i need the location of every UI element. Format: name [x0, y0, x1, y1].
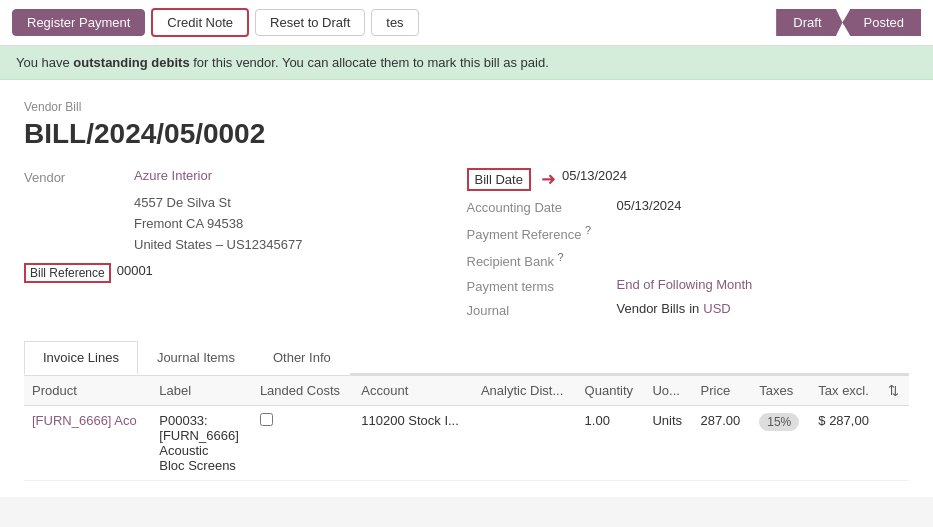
tab-journal-items[interactable]: Journal Items — [138, 341, 254, 375]
cell-price: 287.00 — [693, 405, 752, 480]
cell-uom: Units — [644, 405, 692, 480]
register-payment-button[interactable]: Register Payment — [12, 9, 145, 36]
col-analytic: Analytic Dist... — [473, 375, 577, 405]
product-link[interactable]: [FURN_6666] Aco — [32, 413, 137, 428]
bill-reference-row: Bill Reference 00001 — [24, 263, 467, 283]
form-grid: Vendor Azure Interior 4557 De Silva St F… — [24, 168, 909, 325]
bill-reference-value[interactable]: 00001 — [117, 263, 153, 278]
label-line1: P00033: — [159, 413, 244, 428]
col-uom: Uo... — [644, 375, 692, 405]
col-reset: ⇅ — [880, 375, 909, 405]
journal-value: Vendor Bills — [617, 301, 686, 316]
vendor-name[interactable]: Azure Interior — [134, 168, 212, 183]
payment-reference-row: Payment Reference ? — [467, 222, 910, 242]
landed-costs-checkbox[interactable] — [260, 413, 273, 426]
cell-product: [FURN_6666] Aco — [24, 405, 151, 480]
alert-bold: outstanding debits — [73, 55, 189, 70]
journal-currency[interactable]: USD — [703, 301, 730, 316]
tax-badge: 15% — [759, 413, 799, 431]
toolbar: Register Payment Credit Note Reset to Dr… — [0, 0, 933, 46]
label-line3: Acoustic — [159, 443, 244, 458]
recipient-bank-help-icon[interactable]: ? — [558, 251, 564, 263]
label-line4: Bloc Screens — [159, 458, 244, 473]
right-column: Bill Date ➜ 05/13/2024 Accounting Date 0… — [467, 168, 910, 325]
vendor-address: 4557 De Silva St Fremont CA 94538 United… — [134, 193, 467, 255]
bill-date-label-box: Bill Date — [467, 168, 531, 191]
tes-button[interactable]: tes — [371, 9, 418, 36]
accounting-date-value[interactable]: 05/13/2024 — [617, 198, 682, 213]
tab-invoice-lines[interactable]: Invoice Lines — [24, 341, 138, 375]
col-tax-excl: Tax excl. — [810, 375, 880, 405]
tabs-bar: Invoice Lines Journal Items Other Info — [24, 341, 909, 375]
reset-to-draft-button[interactable]: Reset to Draft — [255, 9, 365, 36]
table-header-row: Product Label Landed Costs Account Analy… — [24, 375, 909, 405]
credit-note-button[interactable]: Credit Note — [151, 8, 249, 37]
invoice-lines-table: Product Label Landed Costs Account Analy… — [24, 375, 909, 481]
arrow-icon: ➜ — [541, 168, 556, 190]
payment-reference-label: Payment Reference ? — [467, 222, 617, 242]
posted-status-button[interactable]: Posted — [843, 9, 921, 36]
journal-row: Journal Vendor Bills in USD — [467, 301, 910, 318]
status-breadcrumb: Draft Posted — [776, 9, 921, 36]
bill-date-value[interactable]: 05/13/2024 — [562, 168, 627, 183]
payment-reference-help-icon[interactable]: ? — [585, 224, 591, 236]
draft-status-button[interactable]: Draft — [776, 9, 842, 36]
table-wrapper: Product Label Landed Costs Account Analy… — [24, 375, 909, 497]
tab-other-info[interactable]: Other Info — [254, 341, 350, 375]
col-label: Label — [151, 375, 252, 405]
payment-terms-row: Payment terms End of Following Month — [467, 277, 910, 294]
vendor-label: Vendor — [24, 168, 134, 185]
main-content: Vendor Bill BILL/2024/05/0002 Vendor Azu… — [0, 80, 933, 497]
bill-number: BILL/2024/05/0002 — [24, 118, 909, 150]
cell-landed-costs — [252, 405, 353, 480]
cell-tax-excl: $ 287,00 — [810, 405, 880, 480]
col-landed-costs: Landed Costs — [252, 375, 353, 405]
journal-label: Journal — [467, 301, 617, 318]
cell-analytic — [473, 405, 577, 480]
vendor-bill-label: Vendor Bill — [24, 100, 909, 114]
accounting-date-row: Accounting Date 05/13/2024 — [467, 198, 910, 215]
outstanding-debits-bar: You have outstanding debits for this ven… — [0, 46, 933, 80]
bill-reference-label-box: Bill Reference — [24, 263, 111, 283]
cell-account: 110200 Stock I... — [353, 405, 473, 480]
col-product: Product — [24, 375, 151, 405]
payment-terms-value[interactable]: End of Following Month — [617, 277, 753, 292]
cell-quantity: 1.00 — [577, 405, 645, 480]
recipient-bank-row: Recipient Bank ? — [467, 249, 910, 269]
cell-taxes: 15% — [751, 405, 810, 480]
col-price: Price — [693, 375, 752, 405]
journal-in: in — [689, 301, 699, 316]
accounting-date-label: Accounting Date — [467, 198, 617, 215]
col-taxes: Taxes — [751, 375, 810, 405]
recipient-bank-label: Recipient Bank ? — [467, 249, 617, 269]
alert-suffix: for this vendor. You can allocate them t… — [190, 55, 549, 70]
left-column: Vendor Azure Interior 4557 De Silva St F… — [24, 168, 467, 325]
table-row: [FURN_6666] Aco P00033: [FURN_6666] Acou… — [24, 405, 909, 480]
alert-prefix: You have — [16, 55, 73, 70]
vendor-field-row: Vendor Azure Interior — [24, 168, 467, 185]
bill-date-row: Bill Date ➜ 05/13/2024 — [467, 168, 910, 191]
col-quantity: Quantity — [577, 375, 645, 405]
col-account: Account — [353, 375, 473, 405]
cell-reset-icon — [880, 405, 909, 480]
label-line2: [FURN_6666] — [159, 428, 244, 443]
cell-label: P00033: [FURN_6666] Acoustic Bloc Screen… — [151, 405, 252, 480]
payment-terms-label: Payment terms — [467, 277, 617, 294]
